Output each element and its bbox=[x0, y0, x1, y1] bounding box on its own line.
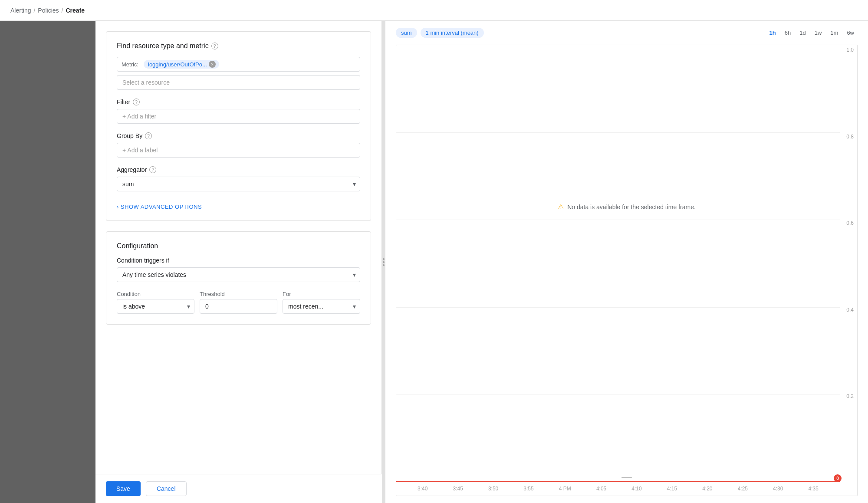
condition-col-label: Condition bbox=[117, 291, 194, 297]
condition-triggers-label: Condition triggers if bbox=[117, 257, 360, 264]
sum-chip[interactable]: sum bbox=[396, 28, 417, 38]
grid-line-4 bbox=[396, 307, 840, 308]
main-content: Find resource type and metric ? Metric: … bbox=[95, 21, 868, 503]
breadcrumb-sep1: / bbox=[33, 7, 35, 14]
grid-line-3 bbox=[396, 220, 840, 220]
find-metric-title: Find resource type and metric ? bbox=[117, 42, 360, 50]
form-panel: Find resource type and metric ? Metric: … bbox=[95, 21, 382, 503]
aggregator-help-icon[interactable]: ? bbox=[149, 166, 156, 173]
x-label-10: 4:25 bbox=[738, 486, 748, 492]
left-sidebar bbox=[0, 21, 95, 503]
resource-input[interactable] bbox=[117, 75, 360, 90]
x-axis: 3:40 3:45 3:50 3:55 4 PM 4:05 4:10 4:15 … bbox=[396, 482, 840, 496]
y-label-2: 0.8 bbox=[846, 134, 854, 140]
metric-row: Metric: logging/user/OutOfPo... × bbox=[117, 57, 360, 72]
chart-legend bbox=[621, 477, 632, 478]
configuration-card: Configuration Condition triggers if Any … bbox=[106, 231, 371, 325]
metric-chip-close[interactable]: × bbox=[209, 61, 216, 68]
time-btn-1h[interactable]: 1h bbox=[766, 28, 779, 38]
for-select[interactable]: most recen... 5 min 10 min 15 min 30 min… bbox=[283, 299, 360, 314]
group-by-input[interactable] bbox=[117, 143, 360, 158]
filter-label: Filter ? bbox=[117, 99, 360, 105]
condition-triggers-select[interactable]: Any time series violates All time series… bbox=[117, 267, 360, 282]
grid-lines bbox=[396, 45, 840, 482]
metric-chip[interactable]: logging/user/OutOfPo... × bbox=[144, 60, 219, 69]
top-bar: Alerting / Policies / Create bbox=[0, 0, 868, 21]
threshold-col: Threshold bbox=[200, 291, 277, 314]
breadcrumb-alerting[interactable]: Alerting bbox=[10, 7, 31, 14]
condition-triggers-wrapper: Any time series violates All time series… bbox=[117, 267, 360, 282]
x-label-3: 3:50 bbox=[488, 486, 498, 492]
y-label-1: 1.0 bbox=[846, 47, 854, 53]
metric-field-group: Metric: logging/user/OutOfPo... × bbox=[117, 57, 360, 90]
y-label-4: 0.4 bbox=[846, 307, 854, 313]
metric-chip-value: logging/user/OutOfPo... bbox=[148, 61, 207, 68]
threshold-col-label: Threshold bbox=[200, 291, 277, 297]
x-label-12: 4:35 bbox=[809, 486, 819, 492]
legend-line bbox=[621, 477, 632, 478]
aggregator-select[interactable]: sum mean min max bbox=[117, 177, 360, 191]
group-by-help-icon[interactable]: ? bbox=[145, 132, 152, 139]
metric-label: Metric: bbox=[122, 61, 138, 68]
filter-help-icon[interactable]: ? bbox=[133, 99, 140, 105]
warning-icon: ⚠ bbox=[558, 203, 564, 211]
filter-input[interactable] bbox=[117, 109, 360, 124]
save-button[interactable]: Save bbox=[106, 481, 141, 496]
divider-dots bbox=[383, 258, 385, 266]
x-label-6: 4:05 bbox=[596, 486, 606, 492]
for-select-wrapper: most recen... 5 min 10 min 15 min 30 min… bbox=[283, 299, 360, 314]
filter-field-group: Filter ? bbox=[117, 99, 360, 124]
y-label-5: 0.2 bbox=[846, 393, 854, 399]
x-label-2: 3:45 bbox=[453, 486, 463, 492]
condition-fields-row: Condition is above is below is equal to … bbox=[117, 291, 360, 314]
time-btn-1w[interactable]: 1w bbox=[811, 28, 825, 38]
time-btn-6h[interactable]: 6h bbox=[781, 28, 794, 38]
aggregator-label: Aggregator ? bbox=[117, 166, 360, 173]
x-label-9: 4:20 bbox=[702, 486, 712, 492]
no-data-message: ⚠ No data is available for the selected … bbox=[558, 203, 696, 211]
x-label-5: 4 PM bbox=[559, 486, 571, 492]
x-label-8: 4:15 bbox=[667, 486, 677, 492]
for-col: For most recen... 5 min 10 min 15 min 30… bbox=[283, 291, 360, 314]
group-by-label: Group By ? bbox=[117, 132, 360, 139]
x-label-1: 3:40 bbox=[418, 486, 427, 492]
advanced-options-chevron: › bbox=[117, 204, 119, 210]
threshold-input[interactable] bbox=[200, 299, 277, 314]
group-by-field-group: Group By ? bbox=[117, 132, 360, 158]
breadcrumb-policies[interactable]: Policies bbox=[38, 7, 59, 14]
cancel-button[interactable]: Cancel bbox=[146, 481, 187, 496]
grid-line-2 bbox=[396, 132, 840, 133]
find-metric-help-icon[interactable]: ? bbox=[211, 43, 218, 49]
condition-col: Condition is above is below is equal to … bbox=[117, 291, 194, 314]
time-btn-1m[interactable]: 1m bbox=[827, 28, 842, 38]
panel-divider[interactable] bbox=[382, 21, 385, 503]
condition-select-wrapper: is above is below is equal to ▾ bbox=[117, 299, 194, 314]
for-col-label: For bbox=[283, 291, 360, 297]
chart-panel: sum 1 min interval (mean) 1h 6h 1d 1w 1m… bbox=[385, 21, 868, 503]
time-range-buttons: 1h 6h 1d 1w 1m 6w bbox=[766, 28, 858, 38]
advanced-options-button[interactable]: › SHOW ADVANCED OPTIONS bbox=[117, 200, 202, 210]
condition-triggers-group: Condition triggers if Any time series vi… bbox=[117, 257, 360, 282]
find-metric-card: Find resource type and metric ? Metric: … bbox=[106, 31, 371, 221]
chart-area: ⚠ No data is available for the selected … bbox=[396, 45, 858, 496]
interval-chip[interactable]: 1 min interval (mean) bbox=[421, 28, 484, 38]
configuration-title: Configuration bbox=[117, 242, 360, 250]
x-label-11: 4:30 bbox=[773, 486, 783, 492]
action-bar: Save Cancel bbox=[95, 474, 382, 503]
y-label-3: 0.6 bbox=[846, 220, 854, 226]
breadcrumb-current: Create bbox=[66, 7, 85, 14]
x-label-7: 4:10 bbox=[631, 486, 641, 492]
aggregator-field-group: Aggregator ? sum mean min max ▾ bbox=[117, 166, 360, 191]
aggregator-select-wrapper: sum mean min max ▾ bbox=[117, 177, 360, 191]
condition-select[interactable]: is above is below is equal to bbox=[117, 299, 194, 314]
x-label-4: 3:55 bbox=[523, 486, 533, 492]
chart-chips: sum 1 min interval (mean) bbox=[396, 28, 484, 38]
grid-line-1 bbox=[396, 47, 840, 47]
grid-line-5 bbox=[396, 395, 840, 395]
chart-controls: sum 1 min interval (mean) 1h 6h 1d 1w 1m… bbox=[396, 28, 858, 38]
breadcrumb: Alerting / Policies / Create bbox=[10, 7, 85, 14]
breadcrumb-sep2: / bbox=[62, 7, 63, 14]
threshold-dot: 0 bbox=[834, 474, 842, 482]
time-btn-6w[interactable]: 6w bbox=[843, 28, 858, 38]
time-btn-1d[interactable]: 1d bbox=[796, 28, 809, 38]
